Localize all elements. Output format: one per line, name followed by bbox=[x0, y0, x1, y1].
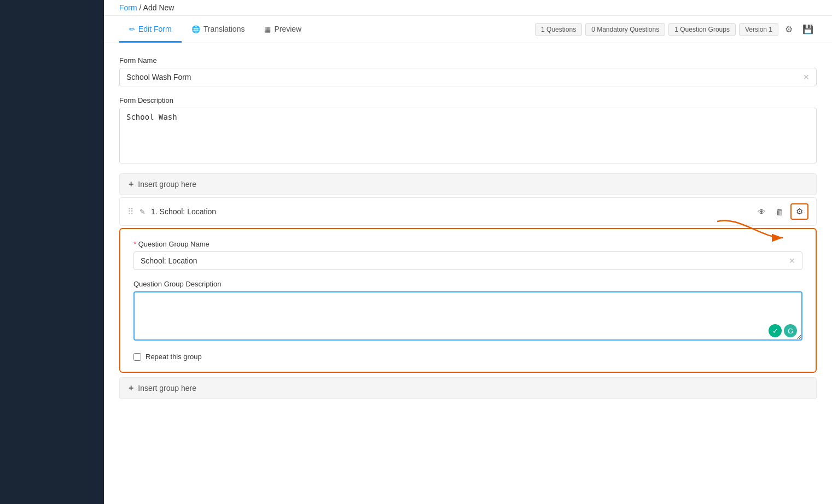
mandatory-stat: 0 Mandatory Questions bbox=[585, 23, 665, 36]
breadcrumb: Form / Add New bbox=[104, 0, 832, 16]
form-desc-label: Form Description bbox=[119, 96, 817, 104]
form-desc-textarea[interactable]: School Wash bbox=[126, 113, 810, 156]
group-desc-textarea[interactable] bbox=[133, 291, 802, 341]
form-name-clear-icon[interactable]: ✕ bbox=[803, 73, 810, 81]
grammar-icon[interactable]: G bbox=[784, 324, 797, 337]
tab-edit-form[interactable]: ✏ Edit Form bbox=[119, 16, 182, 43]
groups-stat: 1 Question Groups bbox=[668, 23, 736, 36]
form-name-label: Form Name bbox=[119, 56, 817, 65]
group-desc-field: Question Group Description ✓ G bbox=[133, 280, 802, 343]
tabs-left: ✏ Edit Form 🌐 Translations ▦ Preview bbox=[119, 16, 311, 43]
questions-stat: 1 Questions bbox=[535, 23, 582, 36]
group-title: 1. School: Location bbox=[151, 207, 216, 216]
group-edit-pencil-icon[interactable]: ✎ bbox=[139, 208, 146, 216]
form-name-input-wrap: ✕ bbox=[119, 68, 817, 86]
tab-preview[interactable]: ▦ Preview bbox=[254, 16, 311, 43]
plus-icon-top: + bbox=[129, 179, 133, 189]
save-button[interactable]: 💾 bbox=[799, 22, 817, 37]
trash-icon-button[interactable]: 🗑 bbox=[772, 205, 787, 219]
tabs-right: 1 Questions 0 Mandatory Questions 1 Ques… bbox=[535, 22, 817, 37]
group-gear-icon: ⚙ bbox=[796, 207, 803, 216]
form-area: Form Name ✕ Form Description School Wash… bbox=[104, 43, 832, 414]
group-name-field: Question Group Name ✕ bbox=[133, 240, 802, 270]
insert-group-bottom[interactable]: + Insert group here bbox=[119, 377, 817, 399]
insert-group-top[interactable]: + Insert group here bbox=[119, 173, 817, 195]
version-stat: Version 1 bbox=[739, 23, 778, 36]
settings-button[interactable]: ⚙ bbox=[782, 22, 796, 37]
repeat-group-row: Repeat this group bbox=[133, 353, 802, 361]
translations-icon: 🌐 bbox=[191, 25, 200, 33]
save-icon: 💾 bbox=[802, 24, 813, 34]
group-name-clear-icon[interactable]: ✕ bbox=[789, 256, 795, 265]
gear-icon: ⚙ bbox=[785, 24, 793, 34]
repeat-group-label: Repeat this group bbox=[146, 353, 202, 361]
eye-icon-button[interactable]: 👁 bbox=[754, 205, 769, 219]
drag-handle-icon[interactable]: ⠿ bbox=[127, 207, 134, 217]
sidebar bbox=[0, 0, 104, 504]
group-row: ⠿ ✎ 1. School: Location 👁 bbox=[119, 197, 817, 226]
spell-check-icon[interactable]: ✓ bbox=[769, 324, 782, 337]
group-desc-container: ✓ G bbox=[133, 291, 802, 343]
preview-icon: ▦ bbox=[264, 25, 271, 33]
breadcrumb-link[interactable]: Form bbox=[119, 3, 137, 12]
tabs-bar: ✏ Edit Form 🌐 Translations ▦ Preview 1 Q… bbox=[104, 16, 832, 43]
group-name-input-wrap: ✕ bbox=[133, 251, 802, 270]
form-name-field: Form Name ✕ bbox=[119, 56, 817, 86]
trash-icon: 🗑 bbox=[776, 207, 784, 216]
form-desc-wrap: School Wash bbox=[119, 108, 817, 163]
group-name-input[interactable] bbox=[141, 256, 789, 265]
form-name-input[interactable] bbox=[126, 73, 803, 81]
tab-translations[interactable]: 🌐 Translations bbox=[182, 16, 255, 43]
textarea-tools: ✓ G bbox=[769, 324, 797, 337]
group-name-label: Question Group Name bbox=[133, 240, 802, 248]
edit-form-icon: ✏ bbox=[129, 25, 135, 33]
form-desc-field: Form Description School Wash bbox=[119, 96, 817, 163]
plus-icon-bottom: + bbox=[129, 383, 133, 393]
repeat-group-checkbox[interactable] bbox=[133, 353, 141, 361]
main-content: Form / Add New ✏ Edit Form 🌐 Translation… bbox=[104, 0, 832, 504]
group-settings-button[interactable]: ⚙ bbox=[790, 203, 808, 220]
eye-icon: 👁 bbox=[758, 207, 766, 216]
expanded-group-panel: Question Group Name ✕ Question Group Des… bbox=[119, 228, 817, 373]
group-desc-label: Question Group Description bbox=[133, 280, 802, 288]
